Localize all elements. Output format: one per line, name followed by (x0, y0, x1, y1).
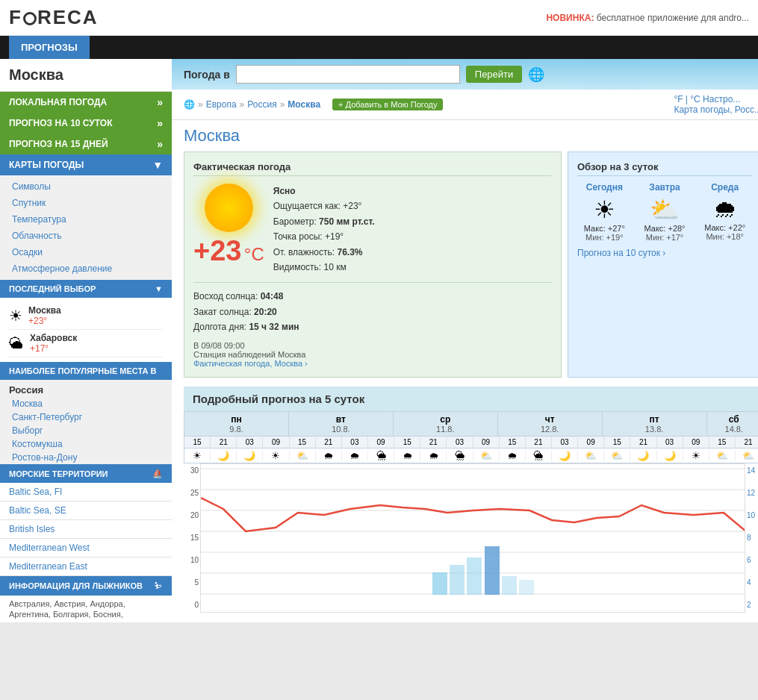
search-input[interactable] (236, 65, 460, 84)
sea-baltic-fi[interactable]: Baltic Sea, FI (0, 483, 172, 501)
visibility-label: Видимость: (273, 262, 321, 272)
h15-4: 15 (500, 437, 526, 448)
tomorrow-label: Завтра (638, 182, 692, 193)
breadcrumb: 🌐 » Европа » Россия » Москва + Добавить … (172, 90, 758, 120)
h03-3: 03 (447, 437, 473, 448)
sea-baltic-se[interactable]: Baltic Sea, SE (0, 501, 172, 520)
precip-bar-2 (450, 565, 465, 595)
temp-unit: °C (244, 244, 264, 264)
ski-countries: Австралия, Австрия, Андорра, Аргентина, … (0, 596, 172, 622)
today-icon: ☀ (577, 196, 632, 224)
wi-3: 🌙 (237, 450, 263, 461)
wi-13: 🌧 (500, 450, 526, 461)
search-label: Погода в (184, 69, 230, 81)
today-min: Мин: +19° (577, 233, 632, 242)
humidity-label: От. влажность: (273, 247, 335, 257)
arrow-icon: » (157, 117, 163, 129)
sunset-val: 20:20 (254, 307, 277, 317)
h15-2: 15 (290, 437, 316, 448)
wi-14: 🌦 (526, 450, 552, 461)
submenu-precip[interactable]: Осадки (0, 244, 172, 260)
header-news: НОВИНКА: бесплатное приложение для andro… (546, 13, 749, 23)
recent-khabarovsk[interactable]: 🌥 Хабаровск +17° (9, 330, 163, 357)
map-link[interactable]: Карта погоды, Росс... (674, 104, 758, 115)
daylight-label: Долгота дня: (193, 322, 246, 332)
breadcrumb-russia[interactable]: Россия (247, 99, 276, 110)
popular-section-title[interactable]: НАИБОЛЕЕ ПОПУЛЯРНЫЕ МЕСТА В (0, 362, 172, 380)
arrow-icon: » (157, 138, 163, 150)
y-axis-left: 30 25 20 15 10 5 0 (184, 463, 200, 613)
popular-rostov[interactable]: Ростов-на-Дону (0, 451, 172, 464)
sidebar-local-weather[interactable]: ЛОКАЛЬНАЯ ПОГОДА » (0, 92, 172, 113)
condition: Ясно (273, 186, 296, 196)
h03-4: 03 (552, 437, 578, 448)
h03-2: 03 (342, 437, 368, 448)
sea-med-west[interactable]: Mediterranean West (0, 539, 172, 557)
submenu-temp[interactable]: Температура (0, 211, 172, 228)
popular-spb[interactable]: Санкт-Петербург (0, 410, 172, 424)
wi-17: ⛅ (604, 450, 630, 461)
h09-2: 09 (368, 437, 394, 448)
day-vt-header: вт 10.8. (289, 412, 394, 436)
h09-1: 09 (263, 437, 289, 448)
wi-1: ☀ (184, 450, 211, 461)
h21-3: 21 (420, 437, 447, 448)
day-tomorrow: Завтра ⛅ Макс: +28° Мин: +17° (638, 182, 692, 242)
search-button[interactable]: Перейти (466, 66, 523, 83)
sea-british-isles[interactable]: British Isles (0, 520, 172, 539)
weather-temp-icon: +23 °C (193, 184, 264, 275)
wi-10: 🌧 (420, 450, 447, 461)
sun-icon: ☀ (9, 307, 22, 325)
sidebar-10day[interactable]: ПРОГНОЗ НА 10 СУТОК » (0, 113, 172, 134)
h21-2: 21 (316, 437, 342, 448)
tomorrow-max: Макс: +28° (638, 224, 692, 233)
forecast-days-header: пн 9.8. вт 10.8. ср 11.8. чт 12.8. пт (184, 411, 758, 437)
weather-current: +23 °C Ясно Ощущается как: +23° Барометр… (193, 184, 552, 275)
sidebar-maps[interactable]: КАРТЫ ПОГОДЫ ▼ (0, 154, 172, 175)
wi-4: ☀ (263, 450, 289, 461)
y-axis-right: 14 12 10 8 6 4 2 (745, 463, 758, 613)
wi-19: 🌙 (657, 450, 683, 461)
arrow-icon: » (157, 96, 163, 108)
wi-12: ⛅ (473, 450, 500, 461)
wed-label: Среда (698, 182, 752, 193)
popular-vyborg[interactable]: Выборг (0, 424, 172, 437)
temperature-chart (200, 463, 745, 613)
sidebar-15day[interactable]: ПРОГНОЗ НА 15 ДНЕЙ » (0, 134, 172, 154)
recent-moscow[interactable]: ☀ Москва +23° (9, 302, 163, 330)
breadcrumb-europe[interactable]: Европа (206, 99, 237, 110)
recent-temp-kh: +17° (30, 343, 77, 354)
ski-icon: ⛷ (154, 581, 163, 591)
add-to-my-weather[interactable]: + Добавить в Мою Погоду (332, 99, 443, 110)
overview-panel: Обзор на 3 суток Сегодня ☀ Макс: +27° Ми… (568, 151, 758, 378)
nav-prognoz[interactable]: ПРОГНОЗЫ (9, 36, 90, 59)
forecast-10day-link[interactable]: Прогноз на 10 суток › (577, 248, 752, 258)
news-text: бесплатное приложение для andro... (597, 13, 749, 23)
submenu-pressure[interactable]: Атмосферное давление (0, 260, 172, 277)
logo-text: F (9, 6, 22, 28)
h21-5: 21 (630, 437, 656, 448)
last-choice-section[interactable]: ПОСЛЕДНИЙ ВЫБОР ▼ (0, 280, 172, 298)
forecast-5day-section: Подробный прогноз на 5 суток пн 9.8. вт … (172, 387, 758, 622)
wi-20: ☀ (683, 450, 709, 461)
popular-kostomuksha[interactable]: Костомукша (0, 437, 172, 451)
navbar: ПРОГНОЗЫ (0, 36, 758, 59)
precip-bar-6 (519, 580, 534, 595)
h09-5: 09 (683, 437, 709, 448)
precip-bar-3 (467, 557, 482, 595)
sea-med-east[interactable]: Mediterranean East (0, 557, 172, 576)
h21-4: 21 (526, 437, 552, 448)
submenu-clouds[interactable]: Облачность (0, 228, 172, 244)
wi-7: 🌧 (342, 450, 368, 461)
submenu-satellite[interactable]: Спутник (0, 195, 172, 211)
popular-moscow[interactable]: Москва (0, 397, 172, 410)
submenu-symbols[interactable]: Символы (0, 178, 172, 195)
sea-section-title: МОРСКИЕ ТЕРРИТОРИИ ⛵ (0, 464, 172, 483)
feels-like-val: +23° (343, 201, 361, 211)
wi-5: ⛅ (290, 450, 316, 461)
day-sr-header: ср 11.8. (394, 412, 498, 436)
sidebar: Москва ЛОКАЛЬНАЯ ПОГОДА » ПРОГНОЗ НА 10 … (0, 59, 172, 622)
h03-1: 03 (237, 437, 263, 448)
temp-unit-links[interactable]: °F | °С Настро... (674, 94, 740, 104)
actual-link[interactable]: Фактическая погода, Москва › (193, 359, 308, 368)
